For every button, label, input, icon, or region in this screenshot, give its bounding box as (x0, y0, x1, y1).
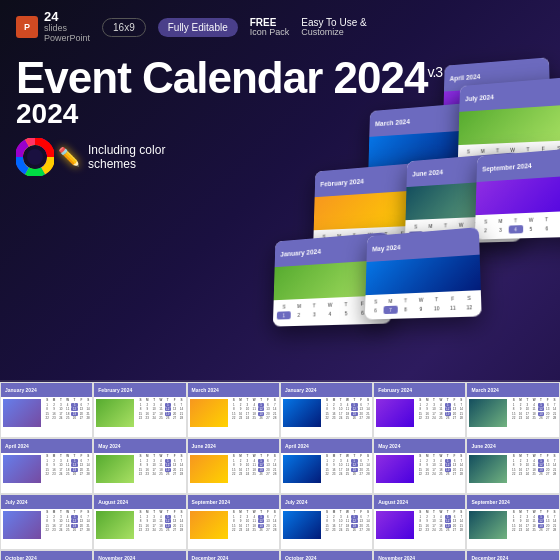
thumb-day-cell: 19 (71, 468, 77, 472)
thumb-day-header: T (58, 510, 64, 514)
thumb-day-cell: 11 (251, 407, 257, 411)
thumb-title: October 2024 (5, 555, 37, 560)
thumb-day-cell: 15 (137, 468, 143, 472)
thumb-day-cell: 6 (171, 515, 177, 519)
thumb-header: September 2024 (188, 495, 279, 509)
thumb-day-cell: 22 (324, 472, 330, 476)
thumb-day-cell: 13 (545, 463, 551, 467)
thumb-day-cell: 11 (344, 519, 350, 523)
thumb-day-cell: 22 (324, 416, 330, 420)
thumb-day-cell: 13 (265, 407, 271, 411)
thumb-day-cell: 11 (438, 407, 444, 411)
thumb-header: July 2024 (1, 495, 92, 509)
thumb-day-cell: 6 (358, 459, 364, 463)
thumb-day-cell: 1 (231, 515, 237, 519)
main-title: Event Calendar 2024v.3 (16, 56, 544, 100)
thumb-day-cell: 11 (438, 519, 444, 523)
thumb-day-header: W (344, 510, 350, 514)
thumb-day-cell: 14 (365, 519, 371, 523)
thumb-day-cell: 8 (510, 407, 516, 411)
thumb-day-cell: 17 (58, 412, 64, 416)
thumb-day-cell: 27 (451, 416, 457, 420)
thumb-day-cell: 18 (344, 524, 350, 528)
thumb-day-cell: 17 (338, 524, 344, 528)
thumb-day-cell: 9 (331, 519, 337, 523)
thumb-day-cell: 3 (431, 403, 437, 407)
thumb-day-header: T (71, 398, 77, 402)
thumb-day-cell: 7 (551, 459, 557, 463)
thumb-day-cell: 24 (58, 472, 64, 476)
thumb-day-header: S (137, 510, 143, 514)
thumb-day-header: S (231, 454, 237, 458)
thumb-day-header: S (365, 398, 371, 402)
thumb-day-cell: 13 (78, 407, 84, 411)
thumb-day-cell: 26 (258, 416, 264, 420)
thumb-day-cell: 1 (44, 515, 50, 519)
subtitle: 2024 (16, 100, 544, 128)
thumb-content: SMTWTFS123456789101112131415161718192021… (94, 509, 185, 549)
thumb-day-cell: 14 (85, 519, 91, 523)
thumb-day-cell: 26 (351, 472, 357, 476)
thumb-day-cell: 24 (244, 416, 250, 420)
thumb-image (190, 399, 228, 427)
thumb-day-cell: 21 (551, 468, 557, 472)
thumb-image (283, 511, 321, 539)
thumb-day-cell: 12 (351, 463, 357, 467)
thumb-day-cell: 23 (51, 528, 57, 532)
thumb-day-cell: 11 (344, 407, 350, 411)
thumb-day-cell: 16 (51, 412, 57, 416)
thumb-day-cell: 22 (44, 472, 50, 476)
thumb-day-cell: 15 (324, 524, 330, 528)
thumb-day-cell: 10 (58, 519, 64, 523)
thumb-day-cell: 8 (231, 519, 237, 523)
thumb-day-header: T (244, 510, 250, 514)
thumb-day-cell: 25 (531, 528, 537, 532)
thumb-day-cell: 20 (545, 468, 551, 472)
thumb-day-cell: 27 (78, 416, 84, 420)
thumb-day-header: T (258, 454, 264, 458)
thumb-day-cell: 16 (517, 524, 523, 528)
thumb-day-cell: 23 (517, 416, 523, 420)
thumb-day-cell: 8 (231, 407, 237, 411)
thumb-day-cell: 17 (338, 412, 344, 416)
thumb-day-cell: 11 (64, 463, 70, 467)
thumb-day-cell: 5 (71, 459, 77, 463)
thumb-header: December 2024 (467, 551, 558, 560)
thumb-day-cell: 12 (538, 463, 544, 467)
thumb-day-cell: 17 (151, 524, 157, 528)
thumb-day-cell: 21 (551, 412, 557, 416)
thumb-day-cell: 16 (424, 524, 430, 528)
thumb-day-cell: 21 (365, 468, 371, 472)
thumb-day-cell: 7 (85, 403, 91, 407)
thumb-content: SMTWTFS123456789101112131415161718192021… (1, 509, 92, 549)
thumb-title: January 2024 (5, 387, 37, 393)
thumb-day-cell: 20 (171, 468, 177, 472)
thumb-day-cell: 27 (358, 528, 364, 532)
thumb-day-cell: 4 (251, 403, 257, 407)
thumb-calendar: SMTWTFS123456789101112131415161718192021… (509, 397, 558, 437)
thumb-day-cell: 28 (272, 528, 278, 532)
thumb-day-cell: 14 (365, 407, 371, 411)
thumb-title: August 2024 (378, 499, 408, 505)
thumb-day-cell: 26 (258, 472, 264, 476)
color-schemes-label: Including color schemes (88, 143, 165, 172)
thumb-content: SMTWTFS123456789101112131415161718192021… (188, 453, 279, 493)
thumb-title: October 2024 (285, 555, 317, 560)
thumb-day-cell: 11 (158, 519, 164, 523)
thumb-day-cell: 8 (324, 407, 330, 411)
thumb-day-cell: 21 (85, 468, 91, 472)
thumb-day-cell: 23 (517, 528, 523, 532)
thumb-day-cell: 15 (417, 468, 423, 472)
thumb-day-header: F (545, 510, 551, 514)
thumb-day-header: T (151, 510, 157, 514)
thumb-day-header: T (258, 510, 264, 514)
thumb-day-cell: 14 (551, 519, 557, 523)
thumb-day-cell: 1 (510, 403, 516, 407)
thumbnail-item: October 2024SMTWTFS123456789101112131415… (280, 550, 373, 560)
thumb-day-header: S (137, 454, 143, 458)
thumb-day-cell: 4 (438, 515, 444, 519)
thumb-header: May 2024 (94, 439, 185, 453)
thumb-day-cell: 17 (244, 412, 250, 416)
thumb-day-cell: 1 (44, 459, 50, 463)
thumb-day-cell: 10 (151, 463, 157, 467)
